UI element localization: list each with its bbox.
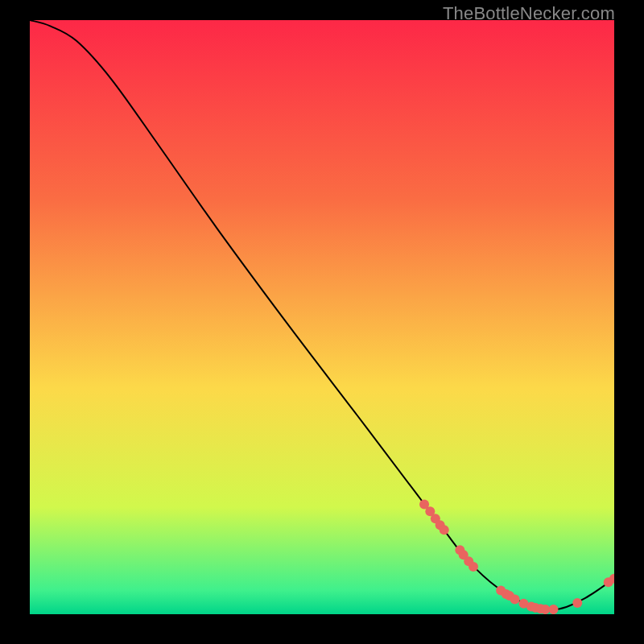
chart-point xyxy=(510,595,520,605)
chart-point xyxy=(572,598,582,608)
chart-point xyxy=(469,562,478,572)
chart-plot-area xyxy=(30,20,614,614)
chart-stage: TheBottleNecker.com xyxy=(0,0,644,644)
chart-background xyxy=(30,20,614,614)
chart-point xyxy=(548,605,558,614)
chart-point xyxy=(440,525,449,535)
chart-svg xyxy=(30,20,614,614)
